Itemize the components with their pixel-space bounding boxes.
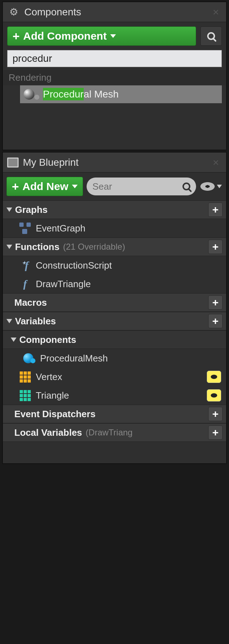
item-drawtriangle[interactable]: f DrawTriangle [3, 275, 226, 293]
add-new-label: Add New [23, 180, 68, 193]
var-triangle-label: Triangle [36, 390, 69, 401]
chevron-down-icon [110, 34, 116, 38]
section-graphs-title: Graphs [15, 204, 48, 215]
item-constructionscript-label: ConstructionScript [36, 260, 112, 271]
section-variables-title: Variables [15, 316, 56, 327]
array-icon [19, 389, 31, 402]
item-constructionscript[interactable]: f ConstructionScript [3, 256, 226, 275]
components-panel: ⚙ Components × + Add Component Rendering… [2, 1, 227, 150]
components-body [3, 107, 226, 150]
components-search-row [7, 50, 222, 67]
eye-icon [200, 182, 215, 191]
eye-icon [211, 375, 217, 379]
components-tab-header: ⚙ Components × [3, 2, 226, 22]
search-icon [207, 32, 215, 40]
section-graphs[interactable]: Graphs + [3, 200, 226, 219]
visibility-toggle[interactable] [207, 389, 221, 401]
section-var-components[interactable]: Components [3, 330, 226, 349]
mesh-icon [24, 89, 34, 100]
item-eventgraph-label: EventGraph [36, 223, 86, 234]
add-macro-button[interactable]: + [208, 295, 223, 310]
section-functions-note: (21 Overridable) [63, 242, 208, 252]
section-functions[interactable]: Functions (21 Overridable) + [3, 238, 226, 256]
myblueprint-toolbar: + Add New Sear [3, 173, 226, 200]
eye-icon [211, 393, 217, 398]
section-local-variables-note: (DrawTriang [86, 428, 208, 438]
close-icon[interactable]: × [210, 6, 222, 18]
components-tab-icon: ⚙ [7, 6, 20, 19]
myblueprint-title: My Blueprint [23, 157, 210, 168]
section-event-dispatchers[interactable]: Event Dispatchers + [3, 405, 226, 423]
component-icon [23, 352, 36, 365]
components-search-button[interactable] [200, 26, 222, 46]
expand-arrow-icon [6, 319, 12, 323]
item-eventgraph[interactable]: EventGraph [3, 219, 226, 238]
function-override-icon: f [22, 259, 29, 271]
components-search-input[interactable] [7, 50, 222, 67]
section-event-dispatchers-title: Event Dispatchers [14, 409, 96, 420]
add-new-button[interactable]: + Add New [6, 177, 83, 196]
expand-arrow-icon [11, 338, 16, 342]
visibility-toggle[interactable] [207, 371, 221, 383]
var-proceduralmesh-label: ProceduralMesh [40, 353, 108, 364]
add-function-button[interactable]: + [208, 240, 223, 254]
close-icon[interactable]: × [210, 156, 222, 169]
panel-bottom-spacer [3, 442, 226, 463]
section-macros[interactable]: Macros + [3, 293, 226, 312]
add-graph-button[interactable]: + [208, 203, 223, 217]
result-procedural-mesh[interactable]: Procedural Mesh [20, 85, 222, 103]
var-vertex[interactable]: Vertex [3, 368, 226, 386]
function-icon: f [23, 278, 27, 290]
add-local-variable-button[interactable]: + [208, 425, 223, 440]
category-rendering: Rendering [3, 70, 226, 85]
plus-icon: + [12, 180, 19, 193]
components-toolbar: + Add Component [3, 22, 226, 50]
components-tab-title: Components [24, 6, 210, 18]
search-placeholder: Sear [92, 181, 180, 192]
myblueprint-search[interactable]: Sear [87, 178, 196, 195]
var-vertex-label: Vertex [36, 371, 62, 383]
blueprint-tab-icon [7, 158, 19, 168]
item-drawtriangle-label: DrawTriangle [36, 279, 91, 290]
add-dispatcher-button[interactable]: + [208, 407, 223, 421]
mesh-icon-dot [34, 95, 39, 100]
add-variable-button[interactable]: + [208, 314, 223, 328]
var-proceduralmesh[interactable]: ProceduralMesh [3, 349, 226, 368]
myblueprint-panel: My Blueprint × + Add New Sear Graphs + E… [2, 152, 227, 464]
expand-arrow-icon [6, 208, 12, 212]
var-triangle[interactable]: Triangle [3, 386, 226, 405]
section-local-variables[interactable]: Local Variables (DrawTriang + [3, 423, 226, 442]
search-icon [182, 183, 190, 190]
add-component-button[interactable]: + Add Component [7, 26, 196, 46]
add-component-label: Add Component [23, 30, 107, 42]
section-variables[interactable]: Variables + [3, 312, 226, 330]
myblueprint-tab-header: My Blueprint × [3, 153, 226, 173]
section-var-components-title: Components [19, 334, 76, 345]
array-icon [19, 370, 31, 383]
chevron-down-icon [72, 185, 78, 188]
section-functions-title: Functions [15, 241, 59, 253]
plus-icon: + [13, 30, 20, 42]
eventgraph-icon [19, 222, 31, 235]
expand-arrow-icon [6, 245, 12, 249]
chevron-down-icon [217, 185, 222, 188]
view-options-button[interactable] [200, 179, 223, 194]
section-local-variables-title: Local Variables [14, 427, 82, 438]
section-macros-title: Macros [14, 297, 47, 308]
result-label: Procedural Mesh [43, 89, 119, 100]
